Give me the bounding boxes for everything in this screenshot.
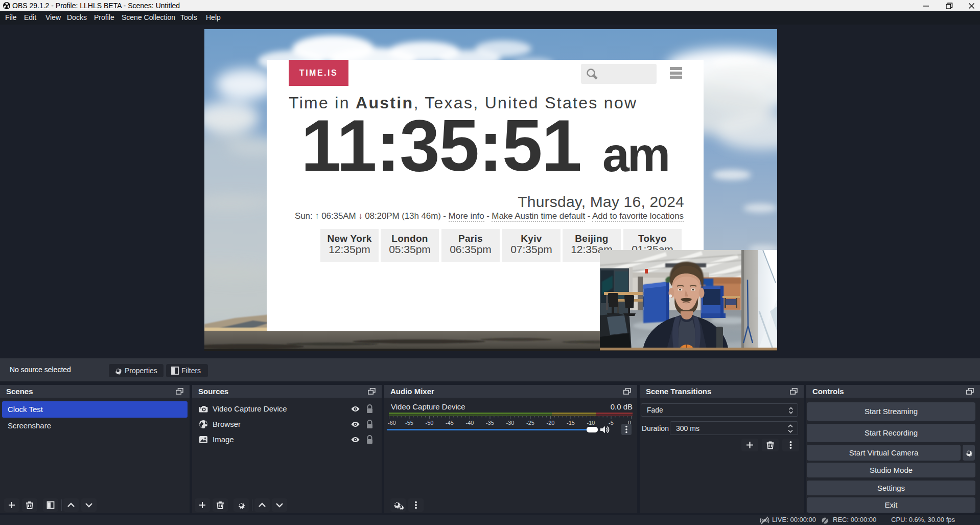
svg-text:-30: -30 (506, 420, 515, 426)
svg-text:-40: -40 (466, 420, 474, 426)
svg-text:-55: -55 (405, 420, 413, 426)
svg-text:-45: -45 (446, 420, 454, 426)
svg-text:-35: -35 (486, 420, 494, 426)
svg-text:-50: -50 (426, 420, 434, 426)
svg-text:-10: -10 (587, 420, 595, 426)
svg-text:-20: -20 (547, 420, 555, 426)
svg-text:-25: -25 (526, 420, 534, 426)
svg-text:-15: -15 (567, 420, 575, 426)
svg-text:-60: -60 (388, 420, 396, 426)
